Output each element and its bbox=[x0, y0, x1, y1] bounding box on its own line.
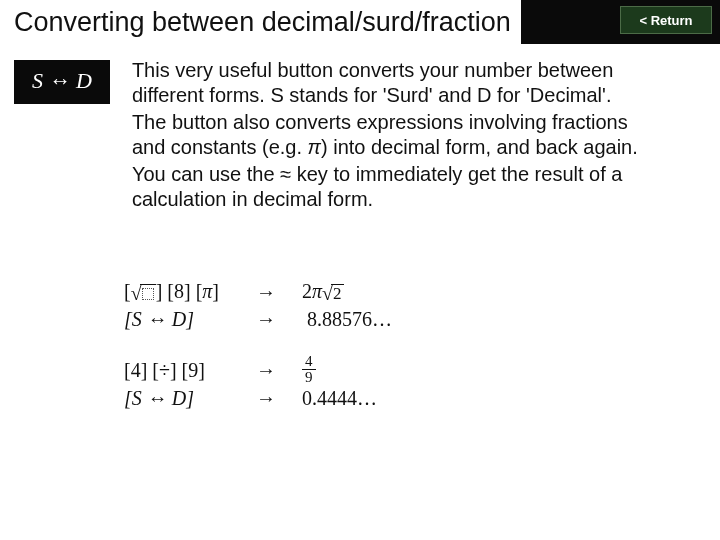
title-bar: Converting between decimal/surd/fraction… bbox=[0, 0, 720, 44]
row-gap bbox=[124, 332, 574, 354]
p2-part-b: ) into decimal form, and back again. bbox=[321, 136, 638, 158]
arrow-icon: → bbox=[256, 279, 302, 305]
return-button[interactable]: < Return bbox=[620, 6, 712, 34]
approx-symbol: ≈ bbox=[280, 163, 291, 185]
arrow-icon: → bbox=[256, 357, 302, 383]
paragraph-3: You can use the ≈ key to immediately get… bbox=[132, 162, 662, 212]
example-keys-3: [4] [÷] [9] bbox=[124, 357, 256, 383]
keys-mid: ] [8] [ bbox=[156, 280, 203, 302]
content-area: S ↔ D This very useful button converts y… bbox=[0, 44, 720, 228]
example-result-2: 8.88576… bbox=[302, 306, 392, 332]
example-keys-1: [√] [8] [π] bbox=[124, 278, 256, 306]
arrow-icon: → bbox=[256, 306, 302, 332]
fraction-result: 4 9 bbox=[302, 354, 316, 385]
sqrt-key-icon: √ bbox=[131, 280, 156, 306]
coef: 2 bbox=[302, 280, 312, 302]
pi-result: π bbox=[312, 280, 322, 302]
example-row-2: [S ↔ D] → 8.88576… bbox=[124, 306, 574, 332]
example-result-3: 4 9 bbox=[302, 354, 316, 385]
arrow-icon: → bbox=[256, 385, 302, 411]
pi-symbol: π bbox=[308, 136, 321, 158]
example-row-4: [S ↔ D] → 0.4444… bbox=[124, 385, 574, 411]
example-row-3: [4] [÷] [9] → 4 9 bbox=[124, 354, 574, 385]
example-result-4: 0.4444… bbox=[302, 385, 377, 411]
bracket-close: ] bbox=[212, 280, 219, 302]
placeholder-box-icon bbox=[142, 288, 154, 300]
fraction-denominator: 9 bbox=[302, 370, 316, 385]
example-row-1: [√] [8] [π] → 2π√2 bbox=[124, 278, 574, 306]
bracket-open: [ bbox=[124, 280, 131, 302]
example-keys-2: [S ↔ D] bbox=[124, 306, 256, 332]
paragraph-2: The button also converts expressions inv… bbox=[132, 110, 662, 160]
examples-block: [√] [8] [π] → 2π√2 [S ↔ D] → 8.88576… [4… bbox=[124, 278, 574, 411]
description-text: This very useful button converts your nu… bbox=[132, 58, 662, 214]
example-keys-4: [S ↔ D] bbox=[124, 385, 256, 411]
example-result-1: 2π√2 bbox=[302, 278, 344, 306]
paragraph-1: This very useful button converts your nu… bbox=[132, 58, 662, 108]
fraction-numerator: 4 bbox=[302, 354, 316, 370]
pi-key: π bbox=[202, 280, 212, 302]
calculator-key-badge: S ↔ D bbox=[14, 60, 110, 104]
p3-part-a: You can use the bbox=[132, 163, 280, 185]
page-title: Converting between decimal/surd/fraction bbox=[0, 0, 521, 44]
sqrt-result-icon: √2 bbox=[322, 280, 343, 306]
